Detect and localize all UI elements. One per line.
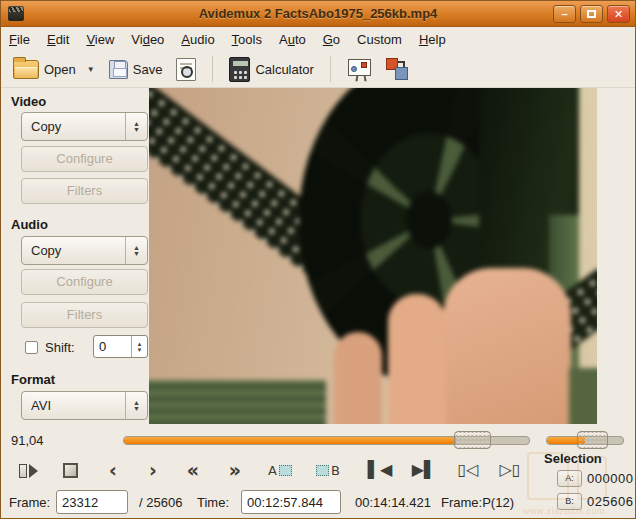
video-preview [149,88,597,424]
shift-label: Shift: [45,340,75,355]
fast-forward-button[interactable]: » [217,454,251,482]
shift-checkbox[interactable] [25,341,38,354]
close-button[interactable]: ✕ [607,5,630,23]
format-select[interactable]: AVI ▲ ▼ [21,391,148,420]
selection-b-button[interactable]: B: [557,493,582,510]
audio-section-title: Audio [11,217,48,232]
format-spinner[interactable]: ▲ ▼ [125,392,147,419]
status-bar: Frame: / 25606 Time: 00:14:14.421 Frame:… [1,487,541,519]
set-marker-b-button[interactable]: B [305,454,349,482]
selection-end-value: 025606 [587,494,633,509]
video-frame-art [149,88,597,424]
format-value: AVI [22,398,125,413]
swap-button[interactable] [382,55,412,83]
menu-file[interactable]: File [9,32,30,47]
toolbar: Open ▼ Save Calculator [1,51,635,88]
selection-a-button[interactable]: A: [557,470,582,487]
calculator-icon [229,57,250,82]
set-marker-a-button[interactable]: A [259,454,303,482]
save-label: Save [133,62,163,77]
spin-down-icon: ▼ [133,251,140,257]
frame-label: Frame: [9,495,50,510]
rewind-icon: « [187,459,197,481]
menu-custom[interactable]: Custom [357,32,402,47]
video-codec-spinner[interactable]: ▲ ▼ [125,113,147,140]
machine-base [149,380,326,424]
duration-value: 00:14:14.421 [355,495,431,510]
maximize-icon [587,10,596,18]
calculator-button[interactable]: Calculator [226,55,317,84]
menu-auto[interactable]: Auto [279,32,306,47]
previous-black-frame-button[interactable]: ▌◀ [363,454,397,482]
selection-start-value: 000000 [587,471,633,486]
frame-type-value: Frame:P(12) [441,495,514,510]
toolbar-separator [212,56,213,82]
prev-black-frame-icon: ▌◀ [368,460,393,479]
stop-button[interactable] [53,454,87,482]
menu-go[interactable]: Go [323,32,340,47]
fast-forward-icon: » [229,459,239,481]
next-black-frame-button[interactable]: ▶▌ [407,454,441,482]
hand [443,268,571,424]
frame-total: / 25606 [139,495,182,510]
maximize-button[interactable] [580,5,603,23]
selection-title: Selection [544,451,602,466]
play-button[interactable] [11,454,45,482]
prev-frame-icon: ‹ [109,459,115,481]
shift-value: 0 [94,336,131,357]
rewind-button[interactable]: « [175,454,209,482]
audio-codec-select[interactable]: Copy ▲ ▼ [21,236,148,265]
marker-b-icon [316,465,329,476]
video-configure-button[interactable]: Configure [21,146,148,172]
whiteboard-icon [347,58,371,81]
audio-filters-button[interactable]: Filters [21,302,148,328]
menu-help[interactable]: Help [419,32,446,47]
save-button[interactable]: Save [106,58,166,81]
secondary-slider-handle[interactable] [577,431,608,449]
menubar: File Edit View Video Audio Tools Auto Go… [1,27,635,51]
scripting-button[interactable] [344,56,374,83]
time-label: Time: [197,495,229,510]
next-frame-icon: › [149,459,155,481]
window-title: Avidemux 2 FactsAbo1975_256kb.mp4 [1,6,635,21]
spin-down-icon: ▼ [133,406,140,412]
app-icon [8,6,24,21]
open-folder-icon [13,60,39,79]
previous-frame-button[interactable]: ‹ [95,454,129,482]
play-icon [19,464,27,478]
shift-spinbox[interactable]: 0 ▲ ▼ [93,335,148,358]
menu-view[interactable]: View [86,32,114,47]
audio-codec-value: Copy [22,243,125,258]
timeline-slider-handle[interactable] [454,431,491,449]
minimize-button[interactable]: – [553,5,576,23]
menu-video[interactable]: Video [131,32,164,47]
next-frame-button[interactable]: › [135,454,169,482]
timeline-position-label: 91,04 [11,433,44,448]
avidemux-window: Avidemux 2 FactsAbo1975_256kb.mp4 – ✕ Fi… [0,0,636,519]
next-keyframe-button[interactable]: ▷▯ [493,454,527,482]
machine-corner [569,368,597,424]
previous-keyframe-button[interactable]: ▯◁ [451,454,485,482]
open-dropdown-icon[interactable]: ▼ [87,65,95,74]
menu-tools[interactable]: Tools [232,32,262,47]
video-section-title: Video [11,94,46,109]
frame-input[interactable] [56,490,128,514]
open-button[interactable]: Open ▼ [10,58,98,81]
audio-configure-button[interactable]: Configure [21,269,148,295]
finger [388,294,446,424]
audio-codec-spinner[interactable]: ▲ ▼ [125,237,147,264]
stop-icon [63,463,78,478]
video-codec-select[interactable]: Copy ▲ ▼ [21,112,148,141]
spin-down-icon: ▼ [133,127,140,133]
menu-edit[interactable]: Edit [47,32,69,47]
next-keyframe-icon: ▷▯ [499,460,520,479]
swap-icon [385,57,409,81]
menu-audio[interactable]: Audio [181,32,214,47]
time-input[interactable] [241,490,341,514]
finger [334,332,382,424]
shift-spinner[interactable]: ▲ ▼ [131,336,147,357]
video-filters-button[interactable]: Filters [21,178,148,204]
marker-a-icon [279,465,292,476]
video-properties-button[interactable] [173,56,199,83]
calculator-label: Calculator [255,62,314,77]
